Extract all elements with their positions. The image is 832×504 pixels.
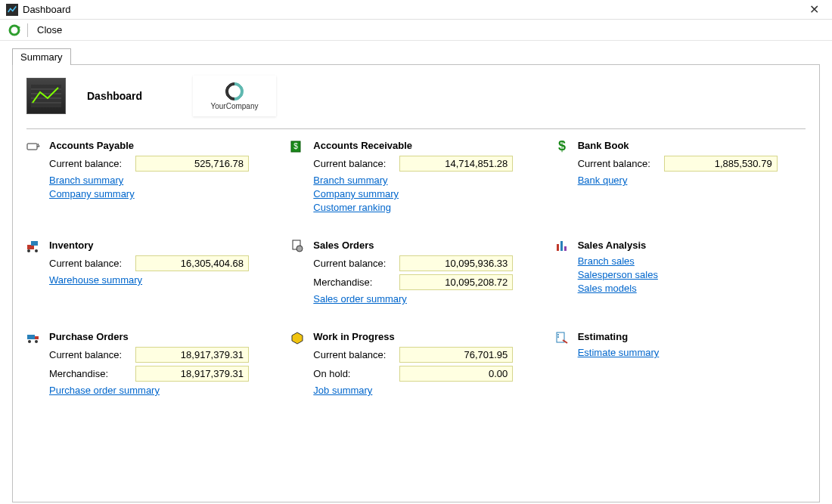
toolbar-separator [27, 23, 28, 37]
content-panel: Dashboard YourCompany Accounts Payable C… [12, 64, 820, 502]
link-branch-summary[interactable]: Branch summary [49, 175, 123, 186]
section-sales-analysis: Sales Analysis Branch sales Salesperson … [555, 240, 806, 307]
link-company-summary[interactable]: Company summary [49, 188, 135, 199]
field-label: Merchandise: [313, 277, 399, 288]
svg-rect-18 [560, 241, 563, 251]
page-title: Dashboard [87, 90, 178, 102]
link-branch-sales[interactable]: Branch sales [578, 255, 635, 267]
field-value: 76,701.95 [399, 347, 513, 363]
field-value: 18,917,379.31 [135, 366, 249, 382]
field-value: 18,917,379.31 [135, 347, 249, 363]
svg-rect-17 [557, 244, 559, 251]
field-value: 10,095,208.72 [399, 274, 513, 290]
svg-rect-2 [31, 85, 61, 107]
field-value: 525,716.78 [135, 156, 249, 172]
sales-orders-icon [290, 240, 306, 307]
field-value: 0.00 [399, 366, 513, 382]
field-label: Current balance: [49, 349, 135, 360]
link-company-summary[interactable]: Company summary [313, 188, 399, 199]
company-logo: YourCompany [193, 76, 276, 116]
field-value: 10,095,936.33 [399, 255, 513, 271]
section-title: Accounts Receivable [313, 140, 541, 151]
svg-point-16 [296, 246, 303, 252]
svg-rect-12 [31, 241, 38, 246]
svg-point-22 [28, 340, 31, 343]
close-icon[interactable]: ✕ [802, 1, 826, 19]
section-title: Sales Orders [313, 240, 541, 251]
link-warehouse-summary[interactable]: Warehouse summary [49, 274, 142, 286]
field-label: Current balance: [313, 349, 399, 360]
svg-rect-21 [35, 336, 39, 339]
section-accounts-receivable: $ Accounts Receivable Current balance: 1… [290, 140, 541, 215]
section-title: Bank Book [578, 140, 806, 151]
field-label: Merchandise: [49, 368, 135, 379]
svg-point-27 [557, 336, 559, 338]
accounts-payable-icon [26, 140, 42, 215]
section-bank-book: $ Bank Book Current balance: 1,885,530.7… [555, 140, 806, 215]
dashboard-chart-icon [26, 78, 66, 114]
close-button[interactable]: Close [34, 23, 65, 37]
section-inventory: Inventory Current balance: 16,305,404.68… [26, 240, 277, 307]
field-value: 1,885,530.79 [664, 156, 778, 172]
field-value: 14,714,851.28 [399, 156, 513, 172]
section-title: Purchase Orders [49, 331, 277, 342]
field-label: Current balance: [49, 258, 135, 269]
section-work-in-progress: Work in Progress Current balance: 76,701… [290, 331, 541, 398]
svg-point-23 [35, 340, 38, 343]
section-title: Work in Progress [313, 331, 541, 342]
link-sales-order-summary[interactable]: Sales order summary [313, 293, 407, 305]
link-branch-summary[interactable]: Branch summary [313, 175, 387, 186]
field-label: Current balance: [313, 158, 399, 169]
window-title: Dashboard [23, 4, 802, 15]
section-title: Estimating [578, 331, 806, 342]
section-title: Inventory [49, 240, 277, 251]
section-title: Accounts Payable [49, 140, 277, 151]
field-label: On hold: [313, 368, 399, 379]
header-row: Dashboard YourCompany [26, 76, 806, 129]
svg-point-13 [27, 249, 30, 252]
field-label: Current balance: [313, 258, 399, 269]
main-area: Summary Dashboard YourCompany [0, 41, 832, 504]
company-logo-icon [222, 79, 247, 104]
svg-point-26 [557, 334, 559, 335]
estimating-icon [555, 331, 570, 398]
svg-rect-20 [27, 335, 35, 339]
section-estimating: Estimating Estimate summary [555, 331, 806, 398]
svg-rect-19 [564, 246, 567, 251]
field-label: Current balance: [578, 158, 664, 169]
work-in-progress-icon [290, 331, 306, 398]
svg-text:$: $ [294, 142, 299, 150]
svg-text:$: $ [558, 140, 566, 153]
link-job-summary[interactable]: Job summary [313, 385, 372, 396]
bank-book-icon: $ [555, 140, 570, 215]
section-purchase-orders: Purchase Orders Current balance: 18,917,… [26, 331, 277, 398]
section-accounts-payable: Accounts Payable Current balance: 525,71… [26, 140, 277, 215]
app-chart-icon [6, 4, 18, 16]
svg-rect-7 [27, 144, 37, 150]
section-title: Sales Analysis [578, 240, 806, 251]
accounts-receivable-icon: $ [290, 140, 306, 215]
section-sales-orders: Sales Orders Current balance: 10,095,936… [290, 240, 541, 307]
link-bank-query[interactable]: Bank query [578, 175, 628, 186]
field-value: 16,305,404.68 [135, 255, 249, 271]
sales-analysis-icon [555, 240, 570, 307]
titlebar: Dashboard ✕ [0, 0, 832, 20]
svg-point-14 [35, 249, 38, 252]
inventory-icon [26, 240, 42, 307]
link-estimate-summary[interactable]: Estimate summary [578, 347, 660, 358]
link-salesperson-sales[interactable]: Salesperson sales [578, 269, 658, 280]
svg-marker-24 [292, 332, 303, 344]
tab-summary[interactable]: Summary [12, 48, 71, 65]
link-purchase-order-summary[interactable]: Purchase order summary [49, 385, 160, 396]
field-label: Current balance: [49, 158, 135, 169]
purchase-orders-icon [26, 331, 42, 398]
link-customer-ranking[interactable]: Customer ranking [313, 202, 391, 213]
tabstrip: Summary [12, 48, 820, 65]
sections-grid: Accounts Payable Current balance: 525,71… [26, 140, 806, 398]
link-sales-models[interactable]: Sales models [578, 283, 637, 294]
toolbar: Close [0, 20, 832, 41]
company-logo-text: YourCompany [210, 102, 258, 110]
refresh-icon[interactable] [8, 23, 21, 37]
